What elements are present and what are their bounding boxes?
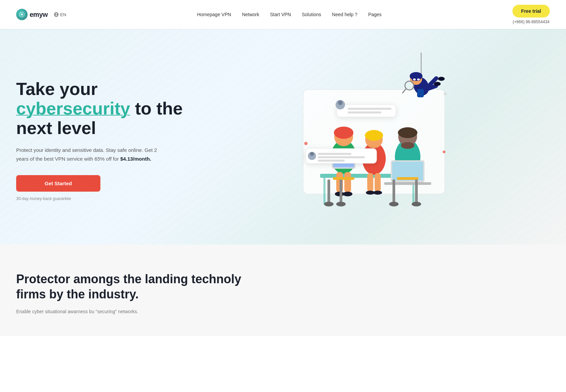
svg-point-54 [438, 77, 445, 81]
svg-rect-38 [384, 182, 431, 185]
svg-point-42 [389, 202, 399, 206]
svg-text:+: + [443, 90, 447, 98]
svg-rect-28 [367, 173, 373, 192]
hero-title-highlight: cybersecurity [16, 99, 130, 118]
svg-rect-64 [337, 105, 396, 117]
svg-point-71 [443, 151, 445, 153]
nav-link-network[interactable]: Network [242, 12, 259, 17]
svg-point-35 [401, 142, 414, 149]
nav-left: emyw EN [16, 9, 66, 20]
hero-title-part1: Take your [16, 79, 98, 99]
nav-link-need-help[interactable]: Need help ? [332, 12, 357, 17]
svg-point-53 [434, 82, 441, 86]
svg-point-31 [373, 191, 382, 195]
svg-point-68 [338, 100, 343, 105]
language-selector[interactable]: EN [54, 12, 66, 17]
svg-rect-41 [415, 179, 418, 203]
nav-link-pages[interactable]: Pages [368, 12, 382, 17]
svg-rect-39 [397, 177, 418, 180]
logo[interactable]: emyw [16, 9, 48, 20]
svg-rect-7 [323, 177, 325, 204]
svg-rect-63 [318, 160, 345, 162]
svg-point-60 [310, 152, 314, 156]
money-back-text: 30-day money-back guarantee [16, 196, 191, 201]
svg-point-27 [365, 130, 383, 141]
svg-rect-22 [340, 179, 342, 203]
hero-illustration: 👍 + [191, 53, 550, 228]
svg-rect-65 [348, 108, 391, 110]
svg-point-50 [417, 78, 420, 80]
svg-point-23 [324, 202, 334, 206]
svg-rect-62 [318, 156, 365, 158]
hero-illustration-svg: 👍 + [276, 53, 465, 228]
bottom-section: Protector amongs the landing technoly fi… [0, 244, 566, 336]
svg-point-43 [412, 202, 421, 206]
get-started-button[interactable]: Get Started [16, 175, 100, 192]
svg-rect-61 [318, 153, 351, 155]
nav-link-solutions[interactable]: Solutions [302, 12, 321, 17]
hero-description: Protect your identity and sensitive data… [16, 146, 158, 163]
hero-content: Take your cybersecurity to the next leve… [16, 79, 191, 201]
phone-number: (+866) 96-88554434 [513, 20, 549, 24]
svg-rect-29 [375, 173, 381, 192]
nav-link-homepage-vpn[interactable]: Homepage VPN [197, 12, 231, 17]
svg-point-34 [398, 127, 417, 138]
logo-text: emyw [30, 11, 48, 19]
svg-point-1 [21, 13, 23, 15]
main-nav: emyw EN Homepage VPN Network Start VPN S… [0, 0, 566, 29]
nav-links: Homepage VPN Network Start VPN Solutions… [197, 12, 382, 17]
svg-rect-40 [392, 179, 395, 203]
bottom-description: Enable cyber situational awarness bu "se… [16, 308, 185, 316]
svg-point-11 [334, 127, 353, 139]
nav-right: Free trial (+866) 96-88554434 [512, 5, 550, 24]
svg-point-55 [405, 81, 414, 90]
svg-point-24 [336, 202, 346, 206]
nav-link-start-vpn[interactable]: Start VPN [270, 12, 291, 17]
hero-title: Take your cybersecurity to the next leve… [16, 79, 191, 138]
logo-icon [16, 9, 28, 20]
globe-icon [54, 12, 59, 17]
svg-point-70 [304, 142, 308, 145]
lang-label: EN [60, 12, 66, 17]
hero-price: $4.13/month. [120, 156, 151, 162]
svg-rect-20 [333, 177, 354, 180]
svg-point-49 [413, 78, 416, 80]
svg-point-15 [343, 192, 352, 196]
hero-section: Take your cybersecurity to the next leve… [0, 29, 566, 244]
svg-rect-13 [344, 172, 351, 192]
svg-rect-57 [417, 89, 424, 97]
bottom-title: Protector amongs the landing technoly fi… [16, 271, 245, 302]
svg-rect-21 [327, 179, 330, 203]
svg-rect-66 [348, 111, 381, 113]
free-trial-button[interactable]: Free trial [512, 5, 550, 18]
